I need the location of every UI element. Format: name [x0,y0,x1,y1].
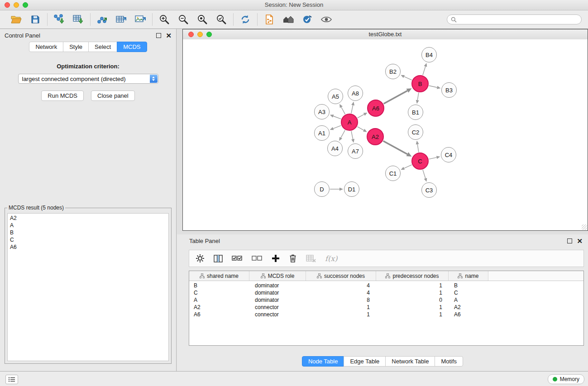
maximize-window-button[interactable] [23,2,28,8]
zoom-out-icon[interactable] [177,13,190,26]
edge-C-C2[interactable] [417,144,419,152]
table-tab-edge-table[interactable]: Edge Table [344,356,386,367]
unselect-all-icon[interactable] [252,255,263,262]
edge-B-B3[interactable] [429,86,437,87]
float-table-panel-icon[interactable] [567,238,572,243]
edge-C-C4[interactable] [429,157,437,159]
graph-node-C[interactable]: C [411,152,429,170]
table-settings-icon[interactable] [196,254,205,263]
graph-node-C3[interactable]: C3 [421,182,437,198]
column-header-successor-nodes[interactable]: successor nodes [306,271,376,281]
close-table-panel-icon[interactable]: ✕ [577,238,583,244]
table-tab-node-table[interactable]: Node Table [302,356,344,367]
select-all-icon[interactable] [232,255,243,262]
graph-node-A5[interactable]: A5 [328,89,343,104]
edge-C-C3[interactable] [423,170,425,178]
column-header-MCDS-role[interactable]: MCDS role [249,271,306,281]
edge-C-C1[interactable] [404,165,412,168]
search-field[interactable] [447,14,582,24]
edge-A-A6[interactable] [358,114,364,118]
edge-A-A1[interactable] [333,125,341,129]
export-network-icon[interactable] [96,13,109,26]
column-header-shared-name[interactable]: shared name [189,271,249,281]
home-icon[interactable] [282,13,295,26]
table-tab-network-table[interactable]: Network Table [385,356,435,367]
eye-icon[interactable] [320,13,333,26]
close-panel-button[interactable]: Close panel [91,91,135,101]
graph-node-C2[interactable]: C2 [408,124,423,140]
search-input[interactable] [459,16,578,24]
graph-node-B1[interactable]: B1 [408,105,423,120]
mcds-result-item-a2[interactable]: A2 [10,214,166,222]
export-table-icon[interactable] [115,13,128,26]
network-canvas[interactable]: B4B2BB3A5A8A6A3AB1A1A2C2A4A7C4CC1DD1C3 [183,39,588,230]
mcds-result-list[interactable]: A2ABCA6 [7,213,169,361]
zoom-fit-icon[interactable] [196,13,209,26]
mcds-result-item-c[interactable]: C [10,236,166,243]
table-row-a2[interactable]: A2connector11A2 [189,304,583,311]
network-document-icon[interactable] [263,13,276,26]
style-check-icon[interactable] [301,13,314,26]
tab-mcds[interactable]: MCDS [117,42,147,52]
delete-row-icon[interactable] [289,254,297,263]
edge-A-A7[interactable] [351,131,353,139]
network-minimize-button[interactable] [197,32,203,37]
close-panel-icon[interactable]: ✕ [166,32,172,39]
function-builder-icon[interactable]: f(x) [325,254,337,263]
graph-node-A2[interactable]: A2 [367,128,384,145]
graph-node-A[interactable]: A [341,114,358,131]
table-row-c[interactable]: Cdominator41C [189,289,583,296]
mcds-result-item-a6[interactable]: A6 [10,243,166,251]
graph-node-D1[interactable]: D1 [344,181,359,197]
refresh-icon[interactable] [239,13,252,26]
graph-node-B3[interactable]: B3 [441,82,457,98]
table-tab-motifs[interactable]: Motifs [435,356,463,367]
tab-network[interactable]: Network [29,42,63,52]
edge-A-A8[interactable] [351,105,353,113]
edge-B-B2[interactable] [404,76,412,80]
graph-node-C4[interactable]: C4 [441,147,456,162]
graph-node-B[interactable]: B [411,75,429,92]
tab-style[interactable]: Style [63,42,89,52]
network-maximize-button[interactable] [206,32,212,37]
run-mcds-button[interactable]: Run MCDS [41,91,84,101]
open-session-icon[interactable] [10,13,23,26]
edge-B-B4[interactable] [423,67,425,75]
mcds-result-item-b[interactable]: B [10,229,166,236]
graph-node-D[interactable]: D [314,181,330,197]
mcds-result-item-a[interactable]: A [10,222,166,229]
column-header-predecessor-nodes[interactable]: predecessor nodes [376,271,449,281]
task-history-button[interactable] [5,375,18,384]
edge-A-A3[interactable] [333,116,341,119]
graph-node-A3[interactable]: A3 [314,104,330,119]
resize-grip-icon[interactable] [582,224,587,230]
column-header-name[interactable]: name [449,271,488,281]
network-window-titlebar[interactable]: testGlobe.txt [183,29,588,40]
import-network-icon[interactable] [53,13,66,26]
table-row-a[interactable]: Adominator80A [189,296,583,304]
close-window-button[interactable] [5,2,10,8]
graph-node-B4[interactable]: B4 [421,47,437,62]
graph-node-C1[interactable]: C1 [385,166,401,181]
tab-select[interactable]: Select [88,42,117,52]
graph-node-A4[interactable]: A4 [327,141,343,156]
edge-A-A4[interactable] [341,130,345,138]
network-close-button[interactable] [188,32,194,37]
delete-table-icon[interactable] [306,255,316,262]
export-image-icon[interactable] [134,13,147,26]
edge-A2-C[interactable] [383,141,407,154]
float-panel-icon[interactable] [156,33,161,38]
graph-node-B2[interactable]: B2 [385,64,401,79]
graph-node-A7[interactable]: A7 [348,143,363,159]
table-row-b[interactable]: Bdominator41B [189,282,583,289]
edge-B-B1[interactable] [417,93,419,100]
add-row-icon[interactable] [272,254,280,262]
edge-A6-B[interactable] [384,91,407,104]
graph-node-A6[interactable]: A6 [367,100,384,117]
edge-A-A2[interactable] [357,127,363,130]
import-table-icon[interactable] [72,13,85,26]
zoom-in-icon[interactable] [158,13,171,26]
optimization-criterion-dropdown[interactable]: largest connected component (directed) [18,74,158,84]
graph-node-A8[interactable]: A8 [348,86,363,101]
table-row-a6[interactable]: A6connector11A6 [189,311,583,318]
